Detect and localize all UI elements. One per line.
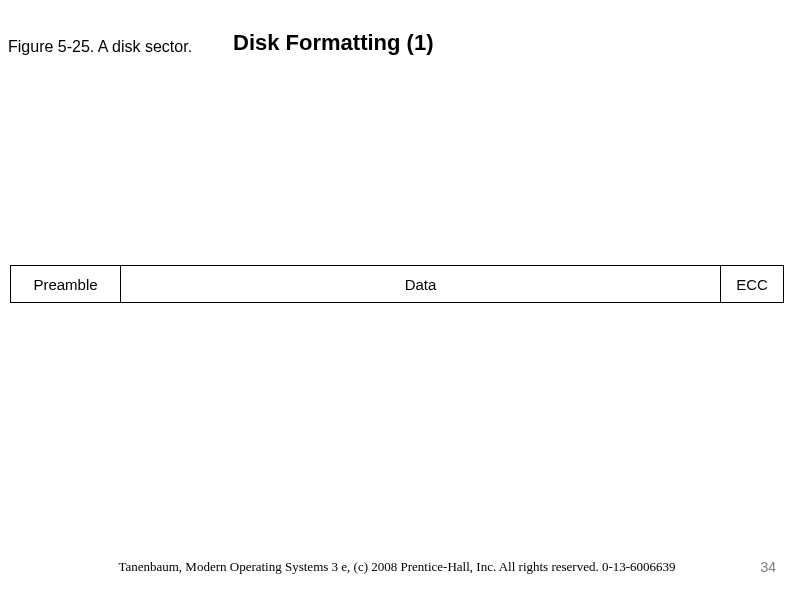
sector-preamble-cell: Preamble [11, 266, 121, 302]
footer-citation: Tanenbaum, Modern Operating Systems 3 e,… [0, 559, 794, 575]
figure-caption: Figure 5-25. A disk sector. [8, 38, 192, 56]
sector-ecc-cell: ECC [721, 266, 783, 302]
page-number: 34 [760, 559, 776, 575]
sector-data-cell: Data [121, 266, 721, 302]
disk-sector-diagram: Preamble Data ECC [10, 265, 784, 303]
slide-title: Disk Formatting (1) [233, 30, 433, 56]
